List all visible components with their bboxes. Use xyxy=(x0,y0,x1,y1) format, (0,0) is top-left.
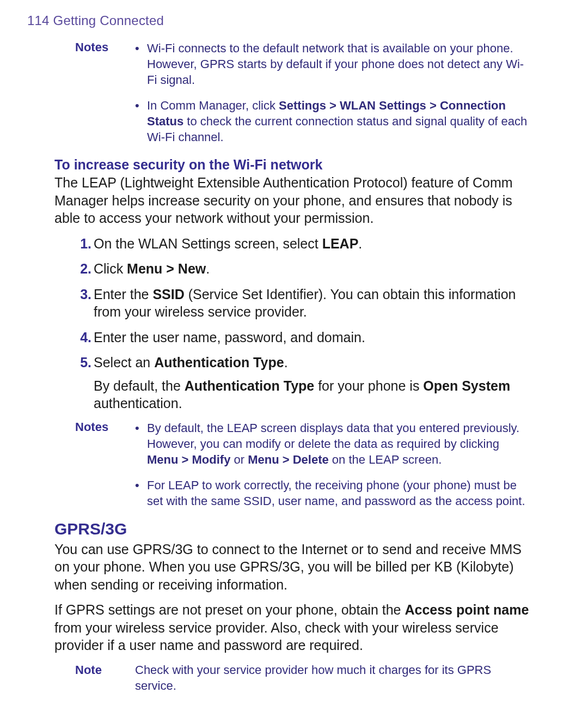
running-header: 114 Getting Connected xyxy=(27,13,534,28)
notes-items: • Wi-Fi connects to the default network … xyxy=(135,40,534,145)
step-item: Click Menu > New. xyxy=(78,260,534,278)
step-item: Enter the user name, password, and domai… xyxy=(78,329,534,347)
bullet-icon: • xyxy=(135,98,147,145)
step-item: Enter the SSID (Service Set Identifier).… xyxy=(78,285,534,321)
text: In Comm Manager, click xyxy=(147,99,279,112)
bullet-icon: • xyxy=(135,420,147,467)
bold-text: Authentication Type xyxy=(154,355,284,370)
note-item: • In Comm Manager, click Settings > WLAN… xyxy=(135,98,534,145)
text: Click xyxy=(94,261,127,276)
bold-text: Menu > Modify xyxy=(147,453,230,466)
paragraph: The LEAP (Lightweight Extensible Authent… xyxy=(54,174,534,227)
note-text: Check with your service provider how muc… xyxy=(135,662,534,694)
bold-text: Open System xyxy=(423,378,510,393)
document-page: 114 Getting Connected Notes • Wi-Fi conn… xyxy=(0,0,588,723)
text: authentication. xyxy=(94,396,182,411)
text: for your phone is xyxy=(314,378,423,393)
bold-text: SSID xyxy=(152,287,184,302)
note-text: In Comm Manager, click Settings > WLAN S… xyxy=(147,98,534,145)
notes-label: Notes xyxy=(54,420,135,509)
paragraph: If GPRS settings are not preset on your … xyxy=(54,601,534,654)
notes-items: • By default, the LEAP screen displays d… xyxy=(135,420,534,509)
bold-text: Authentication Type xyxy=(185,378,314,393)
text: Select an xyxy=(94,355,154,370)
notes-block-2: Notes • By default, the LEAP screen disp… xyxy=(54,420,534,509)
text: . xyxy=(284,355,288,370)
subheading: To increase security on the Wi-Fi networ… xyxy=(54,157,534,173)
text: . xyxy=(206,261,210,276)
bold-text: LEAP xyxy=(322,236,359,251)
text: or xyxy=(230,453,248,466)
bold-text: Access point name xyxy=(405,602,529,617)
note-text: For LEAP to work correctly, the receivin… xyxy=(147,477,534,509)
step-item: Select an Authentication Type. By defaul… xyxy=(78,354,534,412)
note-label: Note xyxy=(54,662,135,694)
note-block: Note Check with your service provider ho… xyxy=(54,662,534,694)
text: By default, the xyxy=(94,378,185,393)
step-follow-paragraph: By default, the Authentication Type for … xyxy=(94,377,534,412)
text: . xyxy=(358,236,362,251)
notes-label: Notes xyxy=(54,40,135,145)
steps-list: On the WLAN Settings screen, select LEAP… xyxy=(54,235,534,412)
text: On the WLAN Settings screen, select xyxy=(94,236,322,251)
note-text: By default, the LEAP screen displays dat… xyxy=(147,420,534,467)
text: on the LEAP screen. xyxy=(329,453,442,466)
note-text: Wi-Fi connects to the default network th… xyxy=(147,40,534,88)
text: from your wireless service provider. Als… xyxy=(54,620,499,653)
bullet-icon: • xyxy=(135,477,147,509)
text: If GPRS settings are not preset on your … xyxy=(54,602,405,617)
bold-text: Menu > New xyxy=(127,261,206,276)
note-item: • Wi-Fi connects to the default network … xyxy=(135,40,534,88)
text: Enter the user name, password, and domai… xyxy=(94,330,365,345)
note-item: • By default, the LEAP screen displays d… xyxy=(135,420,534,467)
step-item: On the WLAN Settings screen, select LEAP… xyxy=(78,235,534,253)
section-heading: GPRS/3G xyxy=(54,520,534,538)
notes-block-1: Notes • Wi-Fi connects to the default ne… xyxy=(54,40,534,145)
text: Enter the xyxy=(94,287,152,302)
paragraph: You can use GPRS/3G to connect to the In… xyxy=(54,540,534,594)
text: For LEAP to work correctly, the receivin… xyxy=(147,478,525,508)
bold-text: Menu > Delete xyxy=(248,453,329,466)
bullet-icon: • xyxy=(135,40,147,88)
text: By default, the LEAP screen displays dat… xyxy=(147,421,519,451)
text: to check the current connection status a… xyxy=(147,114,527,144)
note-item: • For LEAP to work correctly, the receiv… xyxy=(135,477,534,509)
text: Wi-Fi connects to the default network th… xyxy=(147,41,524,87)
